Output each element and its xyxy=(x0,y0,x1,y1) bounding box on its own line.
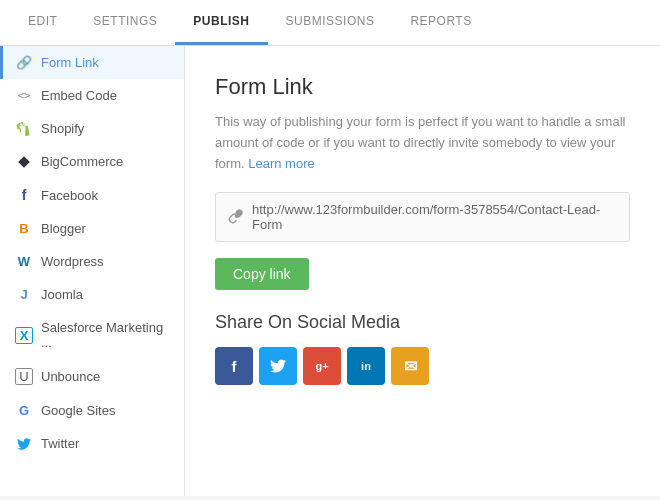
share-twitter-button[interactable] xyxy=(259,347,297,385)
social-share-buttons: f g+ in ✉ xyxy=(215,347,630,385)
nav-item-settings[interactable]: SETTINGS xyxy=(75,0,175,45)
sidebar-item-form-link[interactable]: 🔗 Form Link xyxy=(0,46,184,79)
sidebar-item-label: Joomla xyxy=(41,287,83,302)
sidebar-item-label: Facebook xyxy=(41,188,98,203)
sidebar-item-facebook[interactable]: f Facebook xyxy=(0,178,184,212)
sidebar-item-blogger[interactable]: B Blogger xyxy=(0,212,184,245)
code-icon: <> xyxy=(15,89,33,102)
sidebar-item-shopify[interactable]: Shopify xyxy=(0,112,184,145)
copy-link-button[interactable]: Copy link xyxy=(215,258,309,290)
share-facebook-button[interactable]: f xyxy=(215,347,253,385)
sidebar-item-label: Form Link xyxy=(41,55,99,70)
sidebar-item-google-sites[interactable]: G Google Sites xyxy=(0,394,184,427)
sidebar-item-embed-code[interactable]: <> Embed Code xyxy=(0,79,184,112)
facebook-icon: f xyxy=(15,187,33,203)
share-google-plus-button[interactable]: g+ xyxy=(303,347,341,385)
main-layout: 🔗 Form Link <> Embed Code Shopify BigCom… xyxy=(0,46,660,496)
sidebar-item-label: Embed Code xyxy=(41,88,117,103)
salesforce-icon: X xyxy=(15,327,33,344)
share-email-button[interactable]: ✉ xyxy=(391,347,429,385)
sidebar-item-salesforce[interactable]: X Salesforce Marketing ... xyxy=(0,311,184,359)
sidebar-item-twitter[interactable]: Twitter xyxy=(0,427,184,460)
page-title: Form Link xyxy=(215,74,630,100)
shopify-icon xyxy=(15,122,33,136)
sidebar-item-bigcommerce[interactable]: BigCommerce xyxy=(0,145,184,178)
sidebar: 🔗 Form Link <> Embed Code Shopify BigCom… xyxy=(0,46,185,496)
wordpress-icon: W xyxy=(15,254,33,269)
sidebar-item-label: Blogger xyxy=(41,221,86,236)
learn-more-link[interactable]: Learn more xyxy=(248,156,314,171)
nav-item-publish[interactable]: PUBLISH xyxy=(175,0,267,45)
sidebar-item-label: BigCommerce xyxy=(41,154,123,169)
joomla-icon: J xyxy=(15,287,33,302)
twitter-icon xyxy=(15,437,33,451)
chain-icon xyxy=(228,208,244,227)
sidebar-item-label: Google Sites xyxy=(41,403,115,418)
blogger-icon: B xyxy=(15,221,33,236)
sidebar-item-label: Shopify xyxy=(41,121,84,136)
nav-item-reports[interactable]: REPORTS xyxy=(392,0,489,45)
sidebar-item-joomla[interactable]: J Joomla xyxy=(0,278,184,311)
top-navigation: EDIT SETTINGS PUBLISH SUBMISSIONS REPORT… xyxy=(0,0,660,46)
link-icon: 🔗 xyxy=(15,55,33,70)
share-title: Share On Social Media xyxy=(215,312,630,333)
sidebar-item-label: Unbounce xyxy=(41,369,100,384)
sidebar-item-label: Twitter xyxy=(41,436,79,451)
unbounce-icon: U xyxy=(15,368,33,385)
sidebar-item-wordpress[interactable]: W Wordpress xyxy=(0,245,184,278)
form-link-box: http://www.123formbuilder.com/form-35785… xyxy=(215,192,630,242)
form-link-url: http://www.123formbuilder.com/form-35785… xyxy=(252,202,617,232)
content-description: This way of publishing your form is perf… xyxy=(215,112,630,174)
sidebar-item-label: Wordpress xyxy=(41,254,104,269)
share-linkedin-button[interactable]: in xyxy=(347,347,385,385)
bigcommerce-icon xyxy=(15,155,33,169)
sidebar-item-label: Salesforce Marketing ... xyxy=(41,320,172,350)
nav-item-submissions[interactable]: SUBMISSIONS xyxy=(268,0,393,45)
google-icon: G xyxy=(15,403,33,418)
content-area: Form Link This way of publishing your fo… xyxy=(185,46,660,496)
sidebar-item-unbounce[interactable]: U Unbounce xyxy=(0,359,184,394)
nav-item-edit[interactable]: EDIT xyxy=(10,0,75,45)
